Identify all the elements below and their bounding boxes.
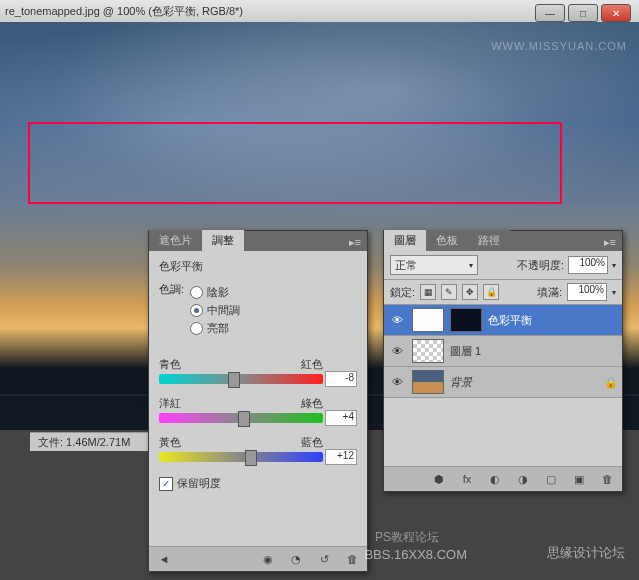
adjust-title: 色彩平衡: [159, 259, 357, 274]
tone-label: 色調:: [159, 282, 184, 339]
view-icon[interactable]: ◉: [259, 550, 277, 568]
opacity-label: 不透明度:: [517, 258, 564, 273]
label-yellow: 黃色: [159, 435, 181, 450]
preserve-checkbox[interactable]: ✓: [159, 477, 173, 491]
trash-icon[interactable]: 🗑: [343, 550, 361, 568]
slider-thumb-cr[interactable]: [228, 372, 240, 388]
tab-paths[interactable]: 路徑: [468, 230, 510, 251]
layer-name-bg: 背景: [450, 375, 472, 390]
slider-track-yb[interactable]: [159, 452, 323, 462]
layer-thumb[interactable]: [412, 339, 444, 363]
panel-menu-icon[interactable]: ▸≡: [343, 234, 367, 251]
slider-magenta-green: 洋紅綠色 +4: [159, 396, 357, 423]
opacity-field[interactable]: 100%: [568, 256, 608, 274]
preserve-label: 保留明度: [177, 476, 221, 491]
radio-shadows[interactable]: [190, 286, 203, 299]
slider-cyan-red: 青色紅色 -8: [159, 357, 357, 384]
layer-name-cb: 色彩平衡: [488, 313, 532, 328]
watermark-url: WWW.MISSYUAN.COM: [491, 40, 627, 52]
slider-value-mg[interactable]: +4: [325, 410, 357, 426]
minimize-button[interactable]: —: [535, 4, 565, 22]
watermark-forum2: PS教程论坛: [375, 529, 439, 546]
layers-footer: ⬢ fx ◐ ◑ ▢ ▣ 🗑: [384, 466, 622, 491]
lock-icon: 🔒: [604, 376, 618, 389]
fill-chevron-icon[interactable]: ▾: [612, 288, 616, 297]
lock-row: 鎖定: ▦ ✎ ✥ 🔒 填滿: 100% ▾: [384, 280, 622, 305]
layer-row-layer1[interactable]: 👁 圖層 1: [384, 336, 622, 367]
delete-layer-icon[interactable]: 🗑: [598, 470, 616, 488]
slider-track-mg[interactable]: [159, 413, 323, 423]
chevron-down-icon: ▾: [469, 261, 473, 270]
preserve-luminosity-row: ✓ 保留明度: [159, 476, 357, 491]
layer-row-color-balance[interactable]: 👁 ◐ 色彩平衡: [384, 305, 622, 336]
slider-thumb-yb[interactable]: [245, 450, 257, 466]
opacity-chevron-icon[interactable]: ▾: [612, 261, 616, 270]
label-cyan: 青色: [159, 357, 181, 372]
watermark-bbs: BBS.16XX8.COM: [364, 547, 467, 562]
lock-pixels-icon[interactable]: ✎: [441, 284, 457, 300]
blend-mode-select[interactable]: 正常▾: [390, 255, 478, 275]
visibility-icon[interactable]: 👁: [388, 311, 406, 329]
radio-midtones-label: 中間調: [207, 303, 240, 318]
slider-block: 青色紅色 -8 洋紅綠色 +4 黃色藍色 +12: [159, 357, 357, 462]
slider-value-cr[interactable]: -8: [325, 371, 357, 387]
slider-value-yb[interactable]: +12: [325, 449, 357, 465]
label-red: 紅色: [301, 357, 323, 372]
slider-yellow-blue: 黃色藍色 +12: [159, 435, 357, 462]
add-mask-icon[interactable]: ◐: [486, 470, 504, 488]
visibility-icon[interactable]: 👁: [388, 342, 406, 360]
fx-icon[interactable]: fx: [458, 470, 476, 488]
layer-row-background[interactable]: 👁 背景 🔒: [384, 367, 622, 398]
fill-field[interactable]: 100%: [567, 283, 607, 301]
maximize-button[interactable]: □: [568, 4, 598, 22]
tab-layers[interactable]: 圖層: [384, 230, 426, 251]
visibility-icon[interactable]: 👁: [388, 373, 406, 391]
layer-name-l1: 圖層 1: [450, 344, 481, 359]
link-layers-icon[interactable]: ⬢: [430, 470, 448, 488]
reset-icon[interactable]: ↺: [315, 550, 333, 568]
window-controls: — □ ✕: [535, 4, 631, 22]
layers-options-row: 正常▾ 不透明度: 100% ▾: [384, 251, 622, 280]
lock-position-icon[interactable]: ✥: [462, 284, 478, 300]
selection-annotation: [28, 122, 562, 204]
tab-adjustments[interactable]: 調整: [202, 230, 244, 251]
lock-label: 鎖定:: [390, 285, 415, 300]
label-magenta: 洋紅: [159, 396, 181, 411]
file-size-status: 文件: 1.46M/2.71M: [38, 435, 130, 450]
adjustments-panel: 遮色片 調整 ▸≡ 色彩平衡 色調: 陰影 中間調 亮部 青色紅色 -8 洋紅綠…: [148, 230, 368, 572]
clip-icon[interactable]: ◔: [287, 550, 305, 568]
radio-midtones[interactable]: [190, 304, 203, 317]
adjust-body: 色彩平衡 色調: 陰影 中間調 亮部 青色紅色 -8 洋紅綠色 +4: [149, 251, 367, 499]
adjust-panel-tabs: 遮色片 調整 ▸≡: [149, 231, 367, 251]
watermark-forum: 思缘设计论坛: [547, 544, 625, 562]
radio-highlights-label: 亮部: [207, 321, 229, 336]
add-adjustment-icon[interactable]: ◑: [514, 470, 532, 488]
slider-thumb-mg[interactable]: [238, 411, 250, 427]
lock-all-icon[interactable]: 🔒: [483, 284, 499, 300]
layers-panel-menu-icon[interactable]: ▸≡: [598, 234, 622, 251]
adjustment-thumb-icon[interactable]: ◐: [412, 308, 444, 332]
back-icon[interactable]: ◄: [155, 550, 173, 568]
label-green: 綠色: [301, 396, 323, 411]
adjust-footer: ◄ ◉ ◔ ↺ 🗑: [149, 546, 367, 571]
new-layer-icon[interactable]: ▣: [570, 470, 588, 488]
fill-label: 填滿:: [537, 285, 562, 300]
layer-list: 👁 ◐ 色彩平衡 👁 圖層 1 👁 背景 🔒: [384, 305, 622, 398]
radio-shadows-label: 陰影: [207, 285, 229, 300]
layers-panel: 圖層 色板 路徑 ▸≡ 正常▾ 不透明度: 100% ▾ 鎖定: ▦ ✎ ✥ 🔒…: [383, 230, 623, 492]
tab-channels[interactable]: 色板: [426, 230, 468, 251]
radio-highlights[interactable]: [190, 322, 203, 335]
close-button[interactable]: ✕: [601, 4, 631, 22]
label-blue: 藍色: [301, 435, 323, 450]
layers-panel-tabs: 圖層 色板 路徑 ▸≡: [384, 231, 622, 251]
new-group-icon[interactable]: ▢: [542, 470, 560, 488]
layer-thumb-bg[interactable]: [412, 370, 444, 394]
slider-track-cr[interactable]: [159, 374, 323, 384]
lock-transparent-icon[interactable]: ▦: [420, 284, 436, 300]
mask-thumb[interactable]: [450, 308, 482, 332]
tab-masks[interactable]: 遮色片: [149, 230, 202, 251]
